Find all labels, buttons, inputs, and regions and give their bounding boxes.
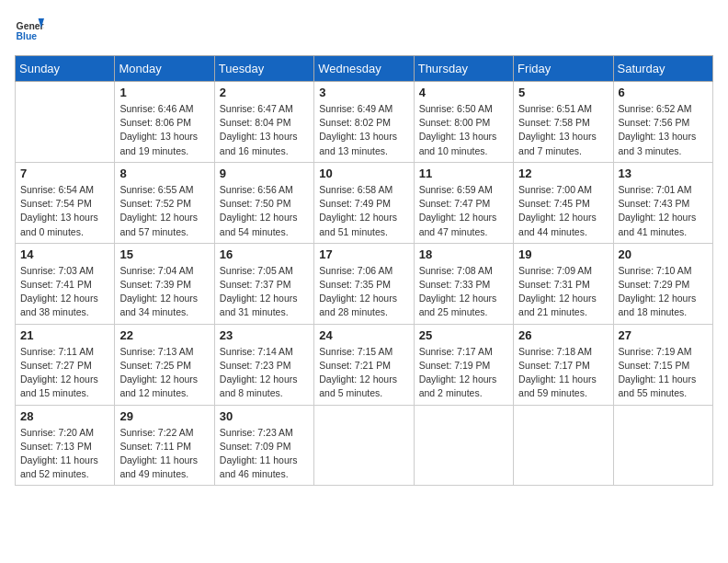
calendar-day-cell: 29Sunrise: 7:22 AM Sunset: 7:11 PM Dayli… — [115, 405, 214, 486]
day-number: 10 — [319, 167, 408, 180]
day-info: Sunrise: 7:09 AM Sunset: 7:31 PM Dayligh… — [518, 264, 608, 320]
day-info: Sunrise: 6:49 AM Sunset: 8:02 PM Dayligh… — [319, 102, 408, 158]
day-info: Sunrise: 7:20 AM Sunset: 7:13 PM Dayligh… — [20, 426, 109, 482]
day-of-week-header: Tuesday — [214, 56, 313, 82]
day-number: 17 — [319, 247, 408, 261]
day-number: 3 — [319, 86, 408, 99]
day-number: 12 — [518, 167, 608, 180]
day-info: Sunrise: 7:15 AM Sunset: 7:21 PM Dayligh… — [319, 345, 408, 401]
calendar-table: SundayMondayTuesdayWednesdayThursdayFrid… — [15, 55, 713, 486]
day-info: Sunrise: 7:19 AM Sunset: 7:15 PM Dayligh… — [619, 345, 708, 401]
calendar-week-row: 7Sunrise: 6:54 AM Sunset: 7:54 PM Daylig… — [16, 162, 713, 243]
calendar-day-cell — [314, 405, 414, 486]
calendar-day-cell: 3Sunrise: 6:49 AM Sunset: 8:02 PM Daylig… — [314, 82, 414, 163]
calendar-week-row: 14Sunrise: 7:03 AM Sunset: 7:41 PM Dayli… — [16, 243, 713, 324]
day-number: 5 — [518, 86, 608, 99]
day-number: 24 — [319, 328, 408, 342]
day-number: 27 — [619, 328, 708, 342]
day-info: Sunrise: 7:03 AM Sunset: 7:41 PM Dayligh… — [20, 264, 109, 320]
day-number: 2 — [220, 86, 309, 99]
calendar-day-cell: 24Sunrise: 7:15 AM Sunset: 7:21 PM Dayli… — [314, 324, 414, 405]
day-info: Sunrise: 7:14 AM Sunset: 7:23 PM Dayligh… — [220, 345, 309, 401]
day-of-week-header: Monday — [115, 56, 214, 82]
day-number: 1 — [119, 86, 209, 99]
day-info: Sunrise: 7:04 AM Sunset: 7:39 PM Dayligh… — [119, 264, 209, 320]
day-info: Sunrise: 7:11 AM Sunset: 7:27 PM Dayligh… — [20, 345, 109, 401]
calendar-day-cell: 22Sunrise: 7:13 AM Sunset: 7:25 PM Dayli… — [115, 324, 214, 405]
calendar-day-cell: 1Sunrise: 6:46 AM Sunset: 8:06 PM Daylig… — [115, 82, 214, 163]
calendar-day-cell: 28Sunrise: 7:20 AM Sunset: 7:13 PM Dayli… — [16, 405, 115, 486]
calendar-day-cell: 23Sunrise: 7:14 AM Sunset: 7:23 PM Dayli… — [214, 324, 313, 405]
day-info: Sunrise: 7:00 AM Sunset: 7:45 PM Dayligh… — [518, 183, 608, 239]
day-number: 21 — [20, 328, 109, 342]
calendar-day-cell: 13Sunrise: 7:01 AM Sunset: 7:43 PM Dayli… — [613, 162, 712, 243]
day-info: Sunrise: 6:58 AM Sunset: 7:49 PM Dayligh… — [319, 183, 408, 239]
day-of-week-header: Friday — [514, 56, 613, 82]
calendar-day-cell — [613, 405, 712, 486]
calendar-day-cell: 18Sunrise: 7:08 AM Sunset: 7:33 PM Dayli… — [414, 243, 513, 324]
calendar-day-cell — [414, 405, 513, 486]
day-info: Sunrise: 7:06 AM Sunset: 7:35 PM Dayligh… — [319, 264, 408, 320]
calendar-week-row: 28Sunrise: 7:20 AM Sunset: 7:13 PM Dayli… — [16, 405, 713, 486]
day-number: 16 — [220, 247, 309, 261]
day-number: 14 — [20, 247, 109, 261]
svg-text:Blue: Blue — [17, 31, 38, 41]
calendar-day-cell: 4Sunrise: 6:50 AM Sunset: 8:00 PM Daylig… — [414, 82, 513, 163]
day-info: Sunrise: 7:10 AM Sunset: 7:29 PM Dayligh… — [619, 264, 708, 320]
day-number: 28 — [20, 409, 109, 423]
day-of-week-header: Wednesday — [314, 56, 414, 82]
day-number: 11 — [419, 167, 508, 180]
day-number: 25 — [419, 328, 508, 342]
day-info: Sunrise: 6:47 AM Sunset: 8:04 PM Dayligh… — [220, 102, 309, 158]
day-number: 30 — [220, 409, 309, 423]
calendar-day-cell: 19Sunrise: 7:09 AM Sunset: 7:31 PM Dayli… — [514, 243, 613, 324]
calendar-day-cell: 16Sunrise: 7:05 AM Sunset: 7:37 PM Dayli… — [214, 243, 313, 324]
calendar-day-cell: 21Sunrise: 7:11 AM Sunset: 7:27 PM Dayli… — [16, 324, 115, 405]
calendar-day-cell — [514, 405, 613, 486]
day-info: Sunrise: 6:56 AM Sunset: 7:50 PM Dayligh… — [220, 183, 309, 239]
page-header: General Blue — [15, 15, 713, 44]
day-info: Sunrise: 6:50 AM Sunset: 8:00 PM Dayligh… — [419, 102, 508, 158]
calendar-day-cell: 6Sunrise: 6:52 AM Sunset: 7:56 PM Daylig… — [613, 82, 712, 163]
day-of-week-header: Saturday — [613, 56, 712, 82]
calendar-day-cell: 27Sunrise: 7:19 AM Sunset: 7:15 PM Dayli… — [613, 324, 712, 405]
day-number: 8 — [119, 167, 209, 180]
day-of-week-header: Sunday — [16, 56, 115, 82]
day-info: Sunrise: 7:23 AM Sunset: 7:09 PM Dayligh… — [220, 426, 309, 482]
day-info: Sunrise: 6:51 AM Sunset: 7:58 PM Dayligh… — [518, 102, 608, 158]
calendar-day-cell: 11Sunrise: 6:59 AM Sunset: 7:47 PM Dayli… — [414, 162, 513, 243]
day-info: Sunrise: 6:46 AM Sunset: 8:06 PM Dayligh… — [119, 102, 209, 158]
day-number: 9 — [220, 167, 309, 180]
calendar-week-row: 1Sunrise: 6:46 AM Sunset: 8:06 PM Daylig… — [16, 82, 713, 163]
calendar-day-cell: 12Sunrise: 7:00 AM Sunset: 7:45 PM Dayli… — [514, 162, 613, 243]
day-number: 6 — [619, 86, 708, 99]
day-info: Sunrise: 7:17 AM Sunset: 7:19 PM Dayligh… — [419, 345, 508, 401]
day-number: 23 — [220, 328, 309, 342]
calendar-day-cell: 15Sunrise: 7:04 AM Sunset: 7:39 PM Dayli… — [115, 243, 214, 324]
day-info: Sunrise: 7:18 AM Sunset: 7:17 PM Dayligh… — [518, 345, 608, 401]
calendar-week-row: 21Sunrise: 7:11 AM Sunset: 7:27 PM Dayli… — [16, 324, 713, 405]
day-number: 15 — [119, 247, 209, 261]
calendar-day-cell: 9Sunrise: 6:56 AM Sunset: 7:50 PM Daylig… — [214, 162, 313, 243]
day-number: 13 — [619, 167, 708, 180]
day-number: 18 — [419, 247, 508, 261]
day-info: Sunrise: 6:54 AM Sunset: 7:54 PM Dayligh… — [20, 183, 109, 239]
day-number: 20 — [619, 247, 708, 261]
day-info: Sunrise: 7:08 AM Sunset: 7:33 PM Dayligh… — [419, 264, 508, 320]
calendar-day-cell: 30Sunrise: 7:23 AM Sunset: 7:09 PM Dayli… — [214, 405, 313, 486]
calendar-day-cell: 14Sunrise: 7:03 AM Sunset: 7:41 PM Dayli… — [16, 243, 115, 324]
day-number: 7 — [20, 167, 109, 180]
calendar-day-cell: 2Sunrise: 6:47 AM Sunset: 8:04 PM Daylig… — [214, 82, 313, 163]
day-info: Sunrise: 7:01 AM Sunset: 7:43 PM Dayligh… — [619, 183, 708, 239]
calendar-day-cell: 25Sunrise: 7:17 AM Sunset: 7:19 PM Dayli… — [414, 324, 513, 405]
day-number: 26 — [518, 328, 608, 342]
calendar-day-cell: 5Sunrise: 6:51 AM Sunset: 7:58 PM Daylig… — [514, 82, 613, 163]
calendar-day-cell: 8Sunrise: 6:55 AM Sunset: 7:52 PM Daylig… — [115, 162, 214, 243]
day-info: Sunrise: 7:05 AM Sunset: 7:37 PM Dayligh… — [220, 264, 309, 320]
day-number: 22 — [119, 328, 209, 342]
day-info: Sunrise: 6:55 AM Sunset: 7:52 PM Dayligh… — [119, 183, 209, 239]
day-number: 29 — [119, 409, 209, 423]
day-info: Sunrise: 6:59 AM Sunset: 7:47 PM Dayligh… — [419, 183, 508, 239]
calendar-day-cell — [16, 82, 115, 163]
day-info: Sunrise: 6:52 AM Sunset: 7:56 PM Dayligh… — [619, 102, 708, 158]
